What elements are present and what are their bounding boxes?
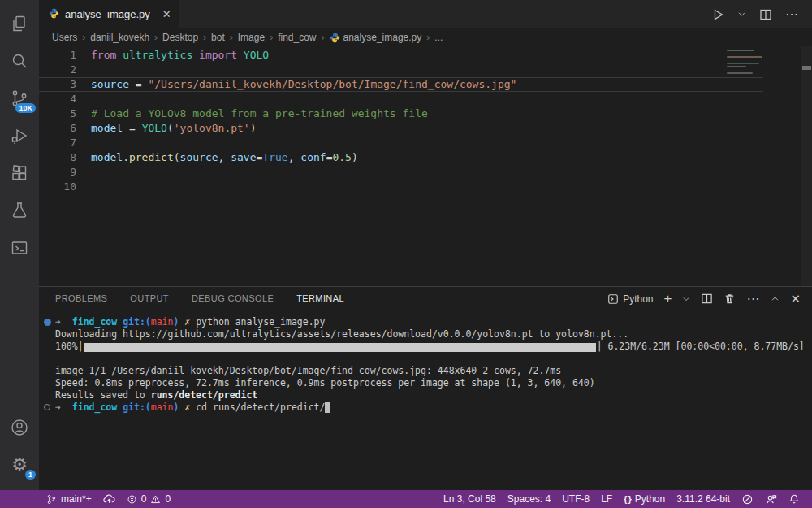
line-number: 3 (39, 77, 76, 92)
code-line: 5# Load a YOLOv8 model from a pre-traine… (39, 106, 763, 121)
breadcrumb-label: Desktop (162, 32, 198, 43)
terminal-line: Downloading https://github.com/ultralyti… (55, 328, 812, 341)
tab-output[interactable]: OUTPUT (130, 287, 169, 310)
new-terminal-icon[interactable]: + (663, 293, 672, 305)
notifications-button[interactable] (783, 490, 806, 508)
breadcrumb-label: Image (238, 32, 265, 43)
breadcrumb-item[interactable]: ... (434, 32, 443, 43)
search-icon (10, 51, 29, 71)
feedback-button[interactable] (759, 490, 783, 508)
account-icon (10, 418, 29, 437)
python-interpreter-indicator[interactable]: 3.11.2 64-bit (671, 490, 736, 508)
command-decoration-open[interactable] (44, 404, 50, 410)
breadcrumb-item[interactable]: analyse_image.py (330, 32, 422, 43)
files-icon (10, 14, 29, 33)
indentation-indicator[interactable]: Spaces: 4 (502, 490, 556, 508)
maximize-panel-icon[interactable] (771, 294, 780, 303)
sidebar-item-source-control[interactable]: 10K (0, 80, 39, 117)
breadcrumb-separator: › (230, 32, 233, 43)
braces-icon: { } (624, 494, 631, 504)
terminal-line: Results saved to runs/detect/predict (55, 389, 812, 402)
warnings-icon (150, 494, 161, 505)
breadcrumb-separator: › (270, 32, 273, 43)
breadcrumb-item[interactable]: Image (238, 32, 265, 43)
publish-changes-button[interactable] (97, 490, 121, 508)
line-number: 1 (39, 48, 76, 63)
error-count: 0 (141, 493, 147, 505)
tab-terminal[interactable]: TERMINAL (296, 287, 344, 310)
line-number: 9 (39, 165, 76, 180)
code-editor[interactable]: 1from ultralytics import YOLO23source = … (39, 46, 812, 286)
breadcrumb-item[interactable]: Desktop (162, 32, 198, 43)
tab-debug-console[interactable]: DEBUG CONSOLE (192, 287, 274, 310)
minimap[interactable] (727, 50, 767, 76)
branch-icon (46, 494, 57, 505)
sidebar-item-terminal[interactable] (0, 229, 39, 267)
language-mode-indicator[interactable]: { } Python (618, 490, 671, 508)
python-file-icon (49, 8, 59, 19)
chevron-down-icon[interactable] (682, 295, 690, 303)
breadcrumb-label: bot (211, 32, 225, 43)
sidebar-item-testing[interactable] (0, 192, 39, 229)
sidebar-item-run-debug[interactable] (0, 117, 39, 154)
line-number: 2 (39, 63, 76, 77)
sidebar-item-extensions[interactable] (0, 154, 39, 192)
trash-icon[interactable] (723, 293, 736, 305)
split-editor-icon[interactable] (759, 8, 772, 21)
close-icon[interactable]: ✕ (162, 8, 171, 20)
tab-label: analyse_image.py (65, 8, 150, 20)
breadcrumb-label: find_cow (278, 32, 316, 43)
breadcrumb-item[interactable]: daniil_kovekh (90, 32, 149, 43)
run-button[interactable] (711, 8, 724, 21)
breadcrumb: Users›daniil_kovekh›Desktop›bot›Image›fi… (39, 28, 812, 46)
chevron-down-icon[interactable] (737, 10, 746, 19)
tab-problems[interactable]: PROBLEMS (55, 287, 107, 310)
cursor-position-indicator[interactable]: Ln 3, Col 58 (438, 490, 502, 508)
breadcrumb-label: analyse_image.py (343, 32, 422, 43)
breadcrumb-separator: › (322, 32, 325, 43)
code-text: model = YOLO('yolov8n.pt') (91, 121, 257, 136)
breadcrumb-item[interactable]: find_cow (278, 32, 316, 43)
breadcrumb-item[interactable]: Users (52, 32, 77, 43)
terminal-line: Speed: 0.8ms preprocess, 72.7ms inferenc… (55, 377, 812, 389)
split-terminal-icon[interactable] (701, 293, 713, 305)
breadcrumb-item[interactable]: bot (211, 32, 225, 43)
panel-tabs: PROBLEMS OUTPUT DEBUG CONSOLE TERMINAL P… (39, 287, 812, 310)
command-decoration-filled[interactable] (44, 319, 51, 326)
activity-bar: 10K ⚙ 1 (0, 0, 39, 490)
vscode-window: 10K ⚙ 1 (0, 0, 812, 508)
warning-count: 0 (165, 493, 171, 505)
problems-indicator[interactable]: 0 0 (121, 490, 176, 508)
code-line: 1from ultralytics import YOLO (39, 48, 763, 63)
code-line: 8model.predict(source, save=True, conf=0… (39, 150, 763, 165)
terminal-panel-icon (10, 238, 29, 258)
terminal-output[interactable]: ➜ find_cow git:(main) ✗ python analyse_i… (39, 310, 812, 490)
panel-more-icon[interactable]: ⋯ (746, 291, 760, 306)
more-actions-icon[interactable]: ⋯ (785, 7, 799, 22)
line-number: 8 (39, 150, 76, 165)
eol-indicator[interactable]: LF (595, 490, 618, 508)
line-number: 10 (39, 180, 76, 194)
code-line: 10 (39, 180, 763, 194)
terminal-icon (607, 293, 619, 305)
editor-scrollbar[interactable] (801, 46, 812, 286)
branch-label: main*+ (61, 493, 92, 505)
slash-circle-button[interactable] (736, 490, 759, 508)
sidebar-item-search[interactable] (0, 42, 39, 80)
settings-button[interactable]: ⚙ 1 (0, 446, 39, 484)
account-button[interactable] (0, 409, 39, 446)
git-branch-indicator[interactable]: main*+ (41, 490, 97, 508)
tab-analyse-image-py[interactable]: analyse_image.py ✕ (39, 0, 179, 28)
errors-icon (127, 494, 137, 505)
close-panel-icon[interactable]: ✕ (790, 293, 801, 305)
breadcrumb-separator: › (203, 32, 206, 43)
terminal-shell-selector[interactable]: Python (607, 293, 653, 305)
sidebar-item-explorer[interactable] (0, 5, 39, 42)
encoding-indicator[interactable]: UTF-8 (556, 490, 595, 508)
overview-ruler-cursor-mark (802, 66, 811, 70)
shell-label: Python (623, 293, 653, 305)
extensions-icon (10, 163, 29, 183)
terminal-line: 100%|| 6.23M/6.23M [00:00<00:00, 8.77MB/… (55, 341, 812, 353)
gear-icon: ⚙ (11, 456, 28, 474)
line-number: 7 (39, 136, 76, 150)
